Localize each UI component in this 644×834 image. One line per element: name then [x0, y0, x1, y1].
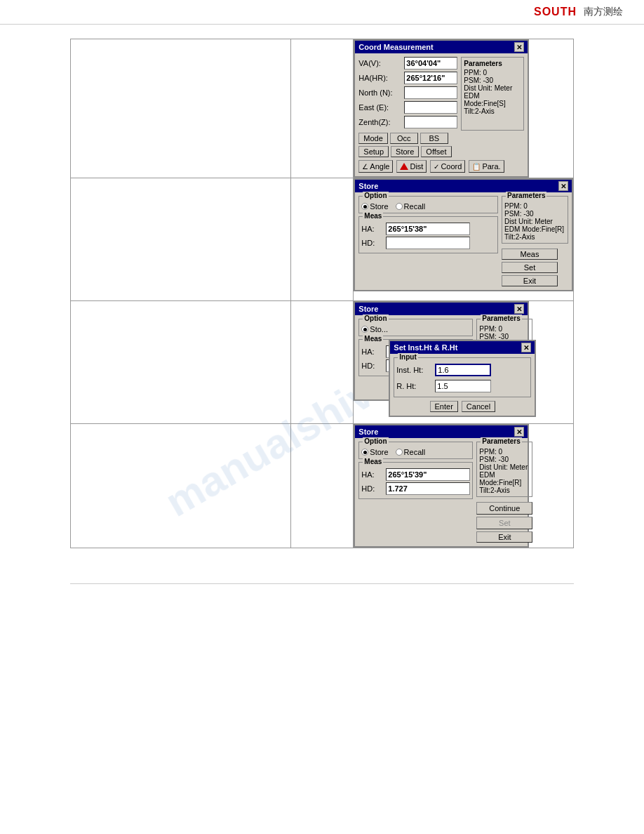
occ-button[interactable]: Occ [390, 133, 418, 144]
store3-body: Option Store [355, 438, 528, 546]
store3-inner: Option Store [358, 442, 524, 543]
store3-titlebar: Store ✕ [355, 425, 528, 438]
cancel-button[interactable]: Cancel [462, 401, 495, 412]
zenth-row: Zenth(Z): [358, 116, 457, 128]
exit-button[interactable]: Exit [502, 275, 558, 286]
store2-titlebar: Store ✕ [355, 303, 528, 315]
store3-edm: EDM Mode:Fine[R] [479, 471, 530, 486]
meas-button[interactable]: Meas [502, 249, 558, 260]
store3-exit-button[interactable]: Exit [476, 531, 532, 543]
hd-meas-row: HD: [361, 237, 495, 249]
meas-title: Meas [363, 212, 383, 220]
angle-icon-btn[interactable]: ∠ Angle [358, 160, 393, 173]
east-value[interactable] [404, 101, 457, 114]
inst-ht-label: Inst. Ht: [396, 366, 435, 374]
set-ht-titlebar: Set Inst.Ht & R.Ht ✕ [390, 341, 535, 354]
inst-ht-input[interactable] [435, 364, 491, 376]
coord-btn-row1: Mode Occ BS [358, 133, 524, 144]
setup-button[interactable]: Setup [358, 146, 389, 157]
store3-params-content: PPM: 0 PSM: -30 Dist Unit: Meter EDM Mod… [479, 448, 530, 494]
para-icon-btn[interactable]: 📋 Para. [469, 160, 504, 173]
left-cell-2 [71, 178, 291, 301]
brand-chinese: 南方测绘 [584, 6, 623, 18]
north-label: North (N): [358, 88, 404, 97]
content-table: Coord Measurement ✕ VA(V): 36°04'04" [70, 39, 574, 548]
r-ht-input[interactable] [435, 380, 491, 392]
store-radio-dot [361, 203, 368, 210]
store-radio-item[interactable]: Store [361, 202, 388, 211]
store2-ha-label: HA: [361, 348, 386, 356]
ht-input-title: Input [398, 353, 417, 361]
store3-recall-dot [396, 449, 403, 456]
hd-meas-value[interactable] [386, 237, 470, 249]
store3-tilt: Tilt:2-Axis [479, 486, 530, 494]
store3-store-dot [361, 449, 368, 456]
store1-container: Store ✕ Option [354, 178, 573, 291]
zenth-value[interactable] [404, 116, 457, 128]
store3-option-title: Option [363, 437, 388, 445]
store3-hd-value[interactable]: 1.727 [386, 482, 470, 495]
coord-dialog-body: VA(V): 36°04'04" HA(HR): 265°12'16" Nort… [355, 53, 528, 176]
store-radio-label: Store [370, 202, 388, 211]
store2-close[interactable]: ✕ [514, 304, 524, 314]
mode-button[interactable]: Mode [358, 133, 388, 144]
store2-store-label: Sto... [370, 325, 388, 333]
bs-button[interactable]: BS [420, 133, 448, 144]
store2-option-section: Option Sto... [358, 319, 473, 336]
store1-title: Store [358, 182, 378, 190]
store3-close[interactable]: ✕ [514, 427, 524, 437]
store3-left: Option Store [358, 442, 473, 543]
store3-dist: Dist Unit: Meter [479, 463, 530, 471]
store2-title: Store [358, 305, 378, 313]
store3-hd-label: HD: [361, 484, 386, 493]
store1-body: Option Store [355, 192, 572, 290]
set-button[interactable]: Set [502, 262, 558, 273]
option-title: Option [363, 192, 388, 199]
coord-dialog-close[interactable]: ✕ [514, 42, 524, 52]
ha-value[interactable]: 265°12'16" [404, 72, 457, 84]
coord-icon-btn[interactable]: ✓ Coord [430, 160, 465, 173]
left-cell-1 [71, 39, 291, 178]
store2-store-item[interactable]: Sto... [361, 325, 388, 333]
set-ht-close[interactable]: ✕ [521, 343, 531, 352]
icon-btn-row: ∠ Angle Dist ✓ Coord [358, 160, 524, 173]
store1-psm: PSM: -30 [504, 210, 565, 218]
north-value[interactable] [404, 86, 457, 99]
coord-dialog-titlebar: Coord Measurement ✕ [355, 41, 528, 53]
store3-store-item[interactable]: Store [361, 448, 388, 456]
param-tilt: Tilt:2-Axis [464, 107, 521, 115]
store3-right: Parameters PPM: 0 PSM: -30 Dist Unit: Me… [476, 442, 532, 543]
store1-close[interactable]: ✕ [558, 181, 568, 191]
va-value[interactable]: 36°04'04" [404, 57, 457, 70]
continue-button[interactable]: Continue [476, 502, 532, 515]
coord-dialog-title: Coord Measurement [358, 43, 433, 51]
ha-meas-value[interactable]: 265°15'38" [386, 223, 470, 235]
store3-recall-item[interactable]: Recall [396, 448, 426, 456]
main-content: Coord Measurement ✕ VA(V): 36°04'04" [0, 25, 644, 562]
set-ht-body: Input Inst. Ht: R. Ht: Enter [390, 354, 535, 416]
store3-ha-label: HA: [361, 470, 386, 479]
offset-button[interactable]: Offset [421, 146, 451, 157]
store3-ppm: PPM: 0 [479, 448, 530, 456]
north-row: North (N): [358, 86, 457, 99]
store3-meas-section: Meas HA: 265°15'39" HD: 1.727 [358, 462, 473, 499]
store-button[interactable]: Store [391, 146, 419, 157]
mid-cell-3 [290, 301, 354, 424]
ha-row: HA(HR): 265°12'16" [358, 72, 457, 84]
store3-recall-label: Recall [404, 448, 426, 456]
store3-meas-content: HA: 265°15'39" HD: 1.727 [361, 468, 470, 495]
dist-icon-btn[interactable]: Dist [396, 160, 427, 173]
store1-params-box: Parameters PPM: 0 PSM: -30 Dist Unit: Me… [502, 196, 568, 244]
set-ht-btn-row: Enter Cancel [394, 401, 531, 412]
store1-left: Option Store [358, 196, 498, 286]
store3-ha-value[interactable]: 265°15'39" [386, 468, 470, 481]
store3-meas-title: Meas [363, 458, 383, 465]
store3-ha-row: HA: 265°15'39" [361, 468, 470, 481]
angle-label: Angle [370, 162, 389, 171]
east-label: East (E): [358, 103, 404, 112]
coord-fields: VA(V): 36°04'04" HA(HR): 265°12'16" Nort… [358, 57, 457, 131]
enter-button[interactable]: Enter [430, 401, 458, 412]
option-content: Store Recall [361, 202, 495, 211]
recall-radio-item[interactable]: Recall [396, 202, 426, 211]
table-row: Store ✕ Option [71, 178, 574, 301]
